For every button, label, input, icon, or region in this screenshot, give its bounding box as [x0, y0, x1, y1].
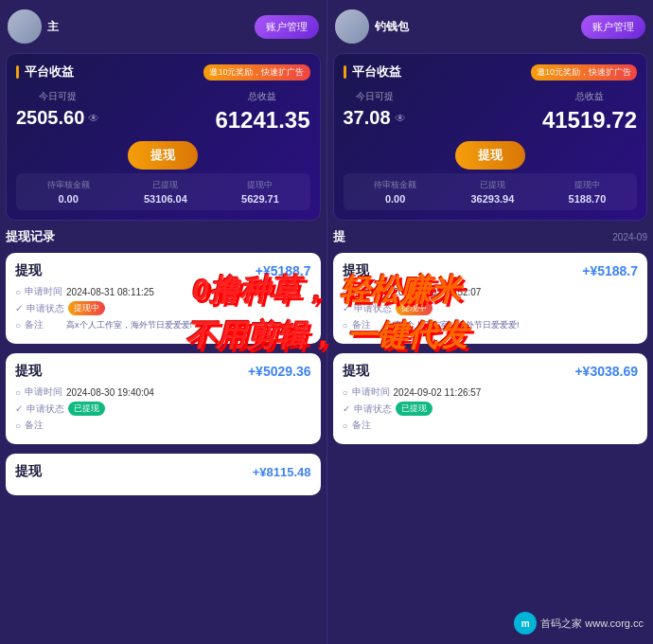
right-w1-status-icon: ✓: [343, 303, 350, 313]
right-promo-tag: 邀10元奖励，快速扩广告: [531, 64, 637, 80]
right-w1-time-label: 申请时间: [352, 285, 390, 298]
right-w2-status-badge: 已提现: [396, 402, 432, 416]
right-w2-status-icon: ✓: [343, 403, 350, 414]
right-username: 钓钱包: [375, 19, 409, 35]
left-header: 主 账户管理: [6, 6, 321, 47]
left-withdrawal-2: 提现 +¥5029.36 ○ 申请时间 2024-08-30 19:40:04 …: [6, 353, 321, 444]
right-stat-processing-value: 5188.70: [569, 193, 607, 205]
left-card-title-left: 平台收益: [16, 63, 74, 80]
right-stat-withdrawn-value: 36293.94: [470, 193, 514, 205]
right-w1-clock-icon: ○: [343, 287, 348, 297]
left-w1-note-label: 备注: [25, 318, 62, 331]
left-total-value: 61241.35: [215, 107, 309, 134]
left-card-header: 平台收益 邀10元奖励，快速扩广告: [16, 63, 310, 80]
right-w1-status-label: 申请状态: [354, 302, 392, 315]
left-earnings-row: 今日可提 2505.60 👁 总收益 61241.35: [16, 90, 310, 134]
right-w2-amount: +¥3038.69: [574, 364, 638, 379]
right-card-bar: [344, 65, 346, 79]
right-card-title: 平台收益: [352, 63, 401, 80]
left-stat-pending-label: 待审核金额: [47, 179, 90, 191]
right-w1-time-value: 2024-09-03 17:52:07: [394, 287, 482, 297]
right-w2-note-icon: ○: [343, 420, 348, 431]
right-w1-status-badge: 提现中: [396, 301, 432, 315]
left-avatar: [8, 9, 42, 44]
right-w2-status-label: 申请状态: [354, 402, 392, 416]
right-header-left: 钓钱包: [335, 9, 409, 44]
left-w3-title: 提现: [15, 463, 42, 480]
left-card-bar: [16, 65, 19, 79]
left-w1-note-value: 高x个人工作室，海外节日爱爱爱!: [66, 319, 192, 331]
left-w2-header: 提现 +¥5029.36: [15, 363, 311, 380]
left-header-left: 主: [8, 9, 59, 44]
left-w1-time: ○ 申请时间 2024-08-31 08:11:25: [15, 285, 311, 298]
left-w1-status-icon: ✓: [15, 303, 23, 313]
left-stats-row: 待审核金额 0.00 已提现 53106.04 提现中 5629.71: [16, 173, 310, 210]
left-w3-amount: +¥8115.48: [253, 465, 311, 479]
left-eye-icon: 👁: [88, 112, 99, 125]
left-records-title: 提现记录: [6, 228, 55, 245]
left-stat-withdrawn-label: 已提现: [152, 179, 178, 191]
right-w1-note-label: 备注: [352, 318, 390, 331]
left-w2-amount: +¥5029.36: [248, 364, 311, 379]
right-card-header: 平台收益 邀10元奖励，快速扩广告: [344, 63, 638, 80]
right-w2-header: 提现 +¥3038.69: [343, 363, 639, 380]
right-w2-time-label: 申请时间: [352, 385, 390, 399]
right-w1-time: ○ 申请时间 2024-09-03 17:52:07: [343, 285, 639, 298]
right-stat-pending-label: 待审核金额: [374, 179, 416, 191]
right-stat-processing: 提现中 5188.70: [569, 179, 607, 205]
right-w2-title: 提现: [343, 363, 369, 380]
right-w1-title: 提现: [343, 262, 369, 279]
left-w3-header: 提现 +¥8115.48: [15, 463, 311, 480]
right-w1-header: 提现 +¥5188.7: [343, 262, 639, 279]
left-w1-title: 提现: [15, 262, 42, 279]
right-total-label: 总收益: [575, 90, 604, 103]
right-stat-processing-label: 提现中: [574, 179, 600, 191]
left-w1-status-badge: 提现中: [68, 301, 105, 315]
left-w2-status-icon: ✓: [15, 403, 23, 414]
left-stat-withdrawn-value: 53106.04: [144, 193, 187, 205]
watermark-text: 首码之家 www.corg.cc: [540, 617, 644, 631]
left-w2-time-value: 2024-08-30 19:40:04: [66, 387, 154, 398]
left-today-value: 2505.60: [16, 107, 84, 129]
left-withdrawal-1: 提现 +¥5188.7 ○ 申请时间 2024-08-31 08:11:25 ✓…: [6, 253, 321, 344]
left-stat-processing: 提现中 5629.71: [241, 179, 279, 205]
left-w1-time-label: 申请时间: [25, 285, 62, 298]
left-withdrawal-3-partial: 提现 +¥8115.48: [6, 454, 321, 495]
right-w1-note-value: 高x个人工作室，海外节日爱爱爱!: [394, 319, 520, 331]
right-account-btn[interactable]: 账户管理: [581, 15, 645, 39]
right-avatar: [335, 9, 369, 44]
right-stats-row: 待审核金额 0.00 已提现 36293.94 提现中 5188.70: [344, 173, 638, 210]
right-today-value: 37.08: [344, 107, 391, 129]
right-withdrawal-1: 提现 +¥5188.7 ○ 申请时间 2024-09-03 17:52:07 ✓…: [333, 253, 648, 344]
left-w2-note-icon: ○: [15, 420, 21, 431]
left-username: 主: [47, 19, 59, 35]
left-w1-status-row: ✓ 申请状态 提现中: [15, 301, 311, 315]
left-account-btn[interactable]: 账户管理: [255, 15, 319, 39]
right-today-item: 今日可提 37.08 👁: [344, 90, 406, 129]
left-w1-note-icon: ○: [15, 320, 21, 331]
left-today-item: 今日可提 2505.60 👁: [16, 90, 99, 129]
right-earnings-card: 平台收益 邀10元奖励，快速扩广告 今日可提 37.08 👁 总收益 41519…: [333, 53, 648, 221]
left-w2-status-badge: 已提现: [68, 402, 105, 416]
left-w1-status-label: 申请状态: [26, 302, 64, 315]
right-earnings-row: 今日可提 37.08 👁 总收益 41519.72: [344, 90, 638, 134]
left-stat-pending-value: 0.00: [58, 193, 78, 205]
right-withdraw-btn[interactable]: 提现: [455, 141, 525, 170]
right-header: 钓钱包 账户管理: [333, 6, 648, 47]
right-w2-clock-icon: ○: [343, 387, 348, 398]
left-withdraw-btn[interactable]: 提现: [128, 141, 198, 170]
left-stat-processing-value: 5629.71: [241, 193, 279, 205]
left-total-item: 总收益 61241.35: [215, 90, 309, 134]
left-w2-time: ○ 申请时间 2024-08-30 19:40:04: [15, 385, 311, 399]
right-w2-time: ○ 申请时间 2024-09-02 11:26:57: [343, 385, 639, 399]
right-records-header: 提 2024-09: [333, 226, 648, 247]
right-w2-status-row: ✓ 申请状态 已提现: [343, 402, 639, 416]
right-w2-note-row: ○ 备注: [343, 419, 639, 432]
left-w1-time-value: 2024-08-31 08:11:25: [66, 287, 154, 297]
watermark-logo: m: [514, 612, 537, 635]
left-stat-withdrawn: 已提现 53106.04: [144, 179, 187, 205]
right-withdrawal-2: 提现 +¥3038.69 ○ 申请时间 2024-09-02 11:26:57 …: [333, 353, 648, 444]
right-total-item: 总收益 41519.72: [542, 90, 637, 134]
left-w2-note-row: ○ 备注: [15, 419, 311, 432]
left-w1-note-row: ○ 备注 高x个人工作室，海外节日爱爱爱!: [15, 318, 311, 331]
